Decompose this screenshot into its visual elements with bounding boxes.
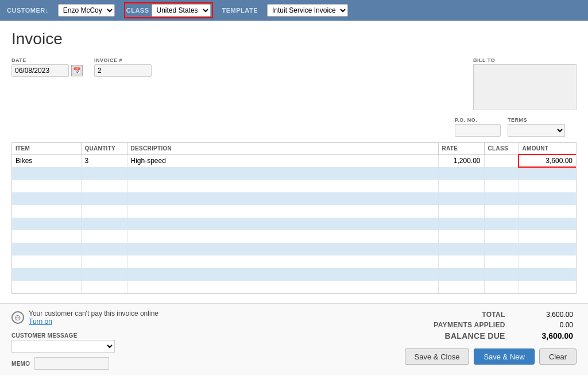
cell-description[interactable]: High-speed	[127, 154, 438, 167]
customer-label: CUSTOMER↓	[7, 7, 49, 14]
date-input[interactable]	[11, 64, 69, 77]
total-value: 3,600.00	[509, 309, 577, 320]
date-wrapper: 📅	[11, 64, 83, 77]
col-header-item: ITEM	[12, 143, 81, 154]
action-buttons: Save & Close Save & New Clear	[405, 349, 577, 365]
calendar-icon[interactable]: 📅	[71, 65, 83, 76]
payments-applied-label: PAYMENTS APPLIED	[393, 320, 509, 330]
top-bar: CUSTOMER↓ Enzo McCoy CLASS United States…	[0, 0, 588, 21]
table-row	[12, 205, 576, 218]
save-new-button[interactable]: Save & New	[474, 349, 535, 365]
table-row	[12, 192, 576, 205]
col-header-rate: RATE	[438, 143, 484, 154]
cell-item[interactable]: Bikes	[12, 154, 81, 167]
turn-on-link[interactable]: Turn on	[29, 318, 158, 326]
balance-due-row: BALANCE DUE 3,600.00	[393, 330, 577, 342]
table-row	[12, 255, 576, 268]
bill-to-box[interactable]	[473, 64, 577, 110]
table-row	[12, 281, 576, 293]
customer-message-label: CUSTOMER MESSAGE	[11, 332, 381, 339]
cell-amount[interactable]: 3,600.00	[519, 154, 576, 167]
totals-table: TOTAL 3,600.00 PAYMENTS APPLIED 0.00 BAL…	[393, 309, 577, 342]
col-header-amount: AMOUNT	[519, 143, 576, 154]
bill-to-group: BILL TO	[473, 57, 577, 110]
payments-applied-value: 0.00	[509, 320, 577, 330]
memo-row: MEMO	[11, 357, 381, 370]
table-body: Bikes 3 High-speed 1,200.00 3,600.00	[12, 154, 576, 293]
footer-right: TOTAL 3,600.00 PAYMENTS APPLIED 0.00 BAL…	[393, 309, 577, 365]
online-payment-text: Your customer can't pay this invoice onl…	[29, 309, 158, 318]
table-row: Bikes 3 High-speed 1,200.00 3,600.00	[12, 154, 576, 167]
terms-select[interactable]	[508, 124, 565, 137]
terms-group: TERMS	[508, 117, 565, 137]
footer-left: ⊖ Your customer can't pay this invoice o…	[11, 309, 381, 370]
po-no-label: P.O. NO.	[455, 117, 501, 123]
class-select[interactable]: United States	[152, 4, 211, 17]
save-close-button[interactable]: Save & Close	[405, 349, 470, 365]
no-pay-icon: ⊖	[11, 311, 24, 324]
po-no-input[interactable]	[455, 124, 501, 137]
memo-label: MEMO	[11, 361, 30, 367]
customer-message-group: CUSTOMER MESSAGE	[11, 332, 381, 353]
table-row	[12, 167, 576, 180]
cell-class[interactable]	[484, 154, 519, 167]
total-label: TOTAL	[393, 309, 509, 320]
table-row	[12, 230, 576, 243]
bill-to-label: BILL TO	[473, 57, 577, 63]
invoice-num-label: INVOICE #	[94, 57, 152, 63]
invoice-table: ITEM QUANTITY DESCRIPTION RATE CLASS AMO…	[12, 143, 576, 293]
memo-input[interactable]	[34, 357, 109, 370]
invoice-table-wrapper: ITEM QUANTITY DESCRIPTION RATE CLASS AMO…	[11, 142, 577, 294]
table-row	[12, 268, 576, 281]
main-content: Invoice DATE 📅 INVOICE # BILL TO P.	[0, 21, 588, 303]
balance-due-value: 3,600.00	[509, 330, 577, 342]
table-row	[12, 243, 576, 255]
payments-applied-row: PAYMENTS APPLIED 0.00	[393, 320, 577, 330]
customer-message-select[interactable]	[11, 340, 115, 353]
table-row	[12, 218, 576, 230]
template-label: TEMPLATE	[222, 7, 258, 14]
page-title: Invoice	[11, 30, 577, 48]
invoice-num-group: INVOICE #	[94, 57, 152, 77]
total-row: TOTAL 3,600.00	[393, 309, 577, 320]
class-wrapper: CLASS United States	[124, 2, 213, 18]
terms-label: TERMS	[508, 117, 565, 123]
footer: ⊖ Your customer can't pay this invoice o…	[0, 303, 588, 375]
cell-rate[interactable]: 1,200.00	[438, 154, 484, 167]
col-header-description: DESCRIPTION	[127, 143, 438, 154]
date-label: DATE	[11, 57, 83, 63]
customer-select[interactable]: Enzo McCoy	[58, 4, 115, 17]
cell-quantity[interactable]: 3	[81, 154, 127, 167]
col-header-class: CLASS	[484, 143, 519, 154]
class-label: CLASS	[126, 7, 149, 14]
po-no-group: P.O. NO.	[455, 117, 501, 137]
invoice-num-input[interactable]	[94, 64, 152, 77]
template-select[interactable]: Intuit Service Invoice	[267, 4, 348, 17]
date-group: DATE 📅	[11, 57, 83, 77]
online-payment-notice: ⊖ Your customer can't pay this invoice o…	[11, 309, 381, 326]
balance-due-label: BALANCE DUE	[393, 330, 509, 342]
clear-button[interactable]: Clear	[539, 349, 577, 365]
table-header: ITEM QUANTITY DESCRIPTION RATE CLASS AMO…	[12, 143, 576, 154]
table-row	[12, 180, 576, 192]
po-terms-row: P.O. NO. TERMS	[11, 117, 577, 137]
col-header-quantity: QUANTITY	[81, 143, 127, 154]
